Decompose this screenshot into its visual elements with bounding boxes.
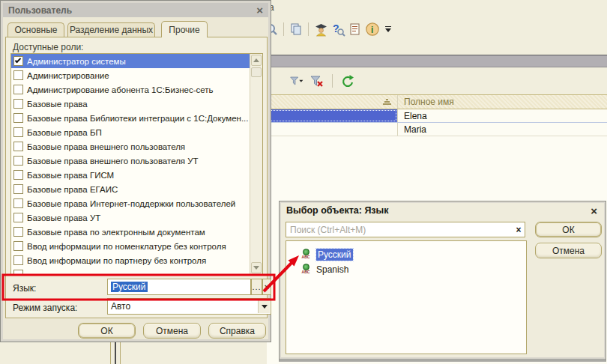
language-choose-button[interactable]: ...: [251, 279, 262, 295]
role-item[interactable]: Администратор системы: [11, 54, 250, 68]
document-icon[interactable]: [348, 22, 363, 37]
toolbar-separator: [308, 22, 309, 36]
role-label: Базовые права Интернет-поддержки пользов…: [27, 199, 235, 208]
checkbox-icon[interactable]: [13, 99, 23, 109]
role-item[interactable]: Ввод информации по номенклатуре без конт…: [11, 239, 250, 253]
role-label: Базовые права по электронным документам: [27, 228, 205, 237]
table-cell-selected[interactable]: [267, 109, 397, 122]
table-cell-fullname[interactable]: Maria: [397, 123, 607, 136]
user-dialog: Пользователь × Основные Разделение данны…: [0, 0, 271, 342]
toolbar-overflow-icon[interactable]: [385, 26, 391, 32]
user-dialog-titlebar[interactable]: Пользователь ×: [3, 3, 268, 17]
list-item-russian[interactable]: ABC Русский: [286, 247, 526, 262]
role-item[interactable]: Базовые права внешнего пользователя: [11, 139, 250, 154]
checkbox-icon[interactable]: [13, 255, 23, 265]
cancel-button[interactable]: Отмена: [143, 323, 201, 339]
launch-mode-label: Режим запуска:: [13, 303, 77, 313]
launch-mode-value: Авто: [111, 301, 130, 312]
role-item[interactable]: Базовые права ЕГАИС: [11, 182, 250, 196]
tutor-icon[interactable]: [313, 22, 328, 37]
language-value-selected: Русский: [111, 282, 148, 292]
scrollbar-thumb[interactable]: [251, 67, 262, 77]
role-item[interactable]: Администрирование абонента 1С:Бизнес-сет…: [11, 82, 250, 97]
checkbox-icon[interactable]: [13, 85, 23, 94]
role-label: Администрирование: [27, 71, 109, 80]
role-label: Администратор системы: [27, 57, 126, 66]
select-object-dialog: Выбор объекта: Язык × × ОК Отмена ABC Ру…: [279, 201, 606, 362]
language-field[interactable]: Русский: [107, 279, 251, 295]
role-item[interactable]: Базовые права ГИСМ: [11, 168, 250, 182]
role-label: Ввод информации по партнеру без контроля: [27, 256, 206, 265]
checkbox-icon[interactable]: [13, 270, 23, 275]
checkbox-icon[interactable]: [13, 227, 23, 237]
tab-prochie[interactable]: Прочие: [161, 21, 208, 37]
launch-mode-combobox[interactable]: Авто: [107, 298, 271, 315]
checkbox-icon[interactable]: [13, 142, 23, 151]
info-icon[interactable]: i: [365, 22, 380, 37]
checkbox-icon[interactable]: [13, 213, 23, 222]
scroll-up-icon[interactable]: [251, 55, 262, 66]
language-icon: ABC: [300, 264, 312, 276]
checkbox-icon[interactable]: [13, 127, 23, 137]
role-label: Базовые права внешнего пользователя: [27, 142, 185, 151]
copy-icon[interactable]: [289, 22, 304, 37]
role-label: Базовые права Библиотеки интеграции с 1С…: [27, 114, 249, 123]
role-item[interactable]: Администрирование: [11, 68, 250, 82]
close-icon[interactable]: ×: [256, 5, 263, 15]
scroll-down-icon[interactable]: [251, 262, 262, 273]
search-input[interactable]: [286, 222, 525, 237]
table-cell[interactable]: [267, 123, 397, 136]
ok-button[interactable]: ОК: [535, 222, 602, 237]
table-cell-fullname[interactable]: Elena: [397, 109, 607, 122]
role-item[interactable]: Базовые права УТ: [11, 210, 250, 225]
ok-button[interactable]: ОК: [78, 323, 136, 339]
role-item[interactable]: Базовые права БП: [11, 125, 250, 139]
cancel-button[interactable]: Отмена: [535, 243, 602, 258]
table-row[interactable]: Elena: [267, 109, 607, 123]
tab-osnovnye[interactable]: Основные: [7, 22, 64, 37]
role-item-partial[interactable]: [11, 267, 250, 275]
select-dialog-titlebar[interactable]: Выбор объекта: Язык ×: [283, 204, 601, 217]
language-icon: ABC: [300, 249, 312, 261]
help-search-icon[interactable]: ?: [330, 22, 345, 37]
role-label: Базовые права ЕГАИС: [27, 185, 118, 194]
filter-menu-icon[interactable]: [289, 73, 304, 88]
chevron-down-icon[interactable]: [258, 300, 270, 313]
checkbox-icon[interactable]: [13, 113, 23, 123]
search-clear-icon[interactable]: ×: [513, 224, 524, 235]
role-item[interactable]: Базовые права Интернет-поддержки пользов…: [11, 196, 250, 210]
role-item[interactable]: Базовые права внешнего пользователя УТ: [11, 154, 250, 168]
tab-razdelenie-dannykh[interactable]: Разделение данных: [67, 22, 155, 37]
users-table-header-name-column[interactable]: [267, 95, 397, 109]
role-item[interactable]: Базовые права по электронным документам: [11, 225, 250, 239]
roles-scrollbar[interactable]: [250, 54, 262, 274]
column-header-label: Полное имя: [404, 97, 454, 107]
table-row[interactable]: Maria: [267, 123, 607, 136]
sort-ascending-icon: [383, 99, 391, 105]
checkbox-icon[interactable]: [13, 170, 23, 180]
checkbox-icon[interactable]: [13, 184, 23, 194]
help-button[interactable]: Справка: [208, 323, 266, 339]
role-item[interactable]: Ввод информации по партнеру без контроля: [11, 253, 250, 267]
role-item[interactable]: Базовые права Библиотеки интеграции с 1С…: [11, 111, 250, 125]
users-list-toolbar: [267, 69, 607, 93]
toolbar-separator: [332, 74, 333, 88]
language-clear-button[interactable]: ×: [262, 279, 271, 295]
checkbox-icon[interactable]: [13, 198, 23, 208]
close-icon[interactable]: ×: [591, 206, 597, 216]
checkbox-checked-icon[interactable]: [13, 56, 23, 66]
role-label: Базовые права БП: [27, 128, 102, 137]
users-table-header: Полное имя: [267, 94, 607, 109]
checkbox-icon[interactable]: [13, 156, 23, 166]
refresh-icon[interactable]: [340, 73, 355, 88]
role-item[interactable]: Базовые права: [11, 97, 250, 111]
role-label: Ввод информации по номенклатуре без конт…: [27, 242, 226, 251]
clear-filter-icon[interactable]: [309, 73, 324, 88]
list-item-spanish[interactable]: ABC Spanish: [286, 262, 526, 277]
language-select-list[interactable]: ABC Русский ABC Spanish: [286, 240, 527, 354]
language-label: Язык:: [13, 283, 36, 294]
users-table-header-fullname-column[interactable]: Полное имя: [397, 95, 607, 109]
checkbox-icon[interactable]: [13, 70, 23, 80]
roles-list[interactable]: Администратор системыАдминистрированиеАд…: [10, 53, 263, 275]
checkbox-icon[interactable]: [13, 241, 23, 251]
